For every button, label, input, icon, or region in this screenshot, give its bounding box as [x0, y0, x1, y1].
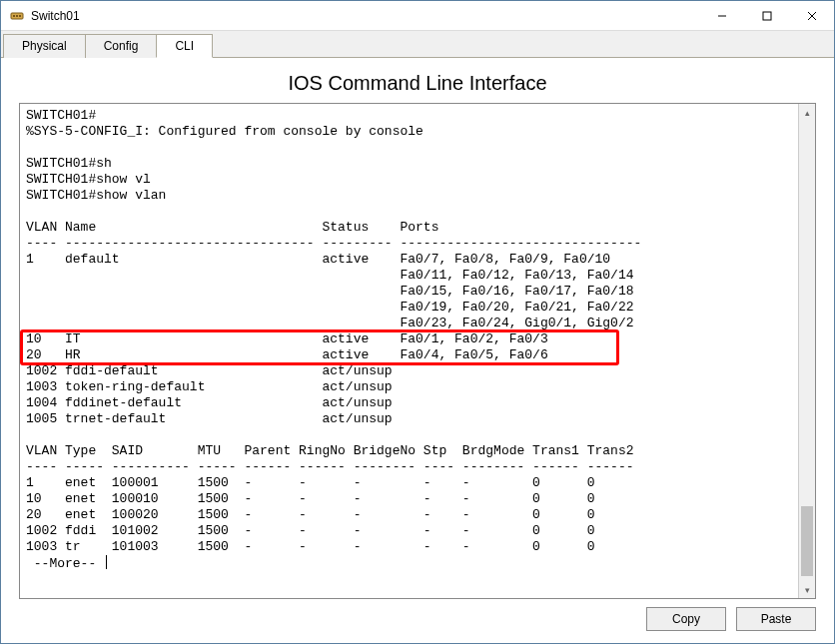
- app-icon: [9, 8, 25, 24]
- content-area: IOS Command Line Interface SWITCH01# %SY…: [1, 58, 834, 643]
- app-window: Switch01 Physical Config CLI IOS Command…: [0, 0, 835, 644]
- terminal-output[interactable]: SWITCH01# %SYS-5-CONFIG_I: Configured fr…: [20, 104, 798, 598]
- svg-point-1: [13, 15, 15, 17]
- scroll-down-arrow[interactable]: ▾: [799, 581, 815, 598]
- copy-button[interactable]: Copy: [646, 607, 726, 631]
- tab-cli[interactable]: CLI: [156, 34, 213, 58]
- svg-point-3: [19, 15, 21, 17]
- svg-point-2: [16, 15, 18, 17]
- more-prompt: --More--: [26, 556, 104, 571]
- close-button[interactable]: [789, 1, 834, 30]
- scroll-up-arrow[interactable]: ▴: [799, 104, 815, 121]
- maximize-button[interactable]: [744, 1, 789, 30]
- window-controls: [699, 1, 834, 30]
- page-title: IOS Command Line Interface: [19, 72, 816, 95]
- svg-rect-5: [763, 12, 771, 20]
- button-row: Copy Paste: [19, 607, 816, 631]
- terminal-cursor: [106, 555, 107, 569]
- scroll-thumb[interactable]: [801, 506, 813, 576]
- minimize-button[interactable]: [699, 1, 744, 30]
- tab-bar: Physical Config CLI: [1, 31, 834, 58]
- terminal-scrollbar[interactable]: ▴ ▾: [798, 104, 815, 598]
- terminal-container: SWITCH01# %SYS-5-CONFIG_I: Configured fr…: [19, 103, 816, 599]
- titlebar: Switch01: [1, 1, 834, 31]
- tab-physical[interactable]: Physical: [3, 34, 86, 58]
- paste-button[interactable]: Paste: [736, 607, 816, 631]
- window-title: Switch01: [31, 9, 699, 23]
- tab-config[interactable]: Config: [85, 34, 158, 58]
